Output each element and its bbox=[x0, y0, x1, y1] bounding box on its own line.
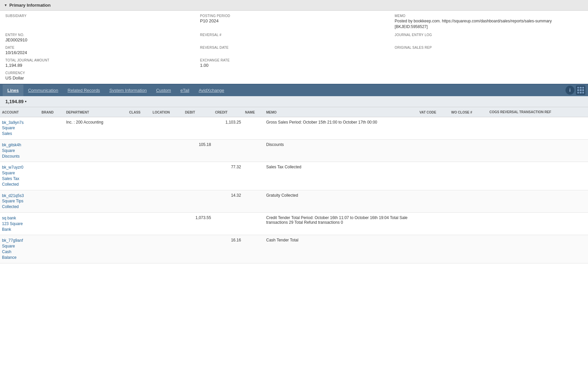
credit-cell: 1,103.25 bbox=[213, 117, 243, 139]
table-row: bk_gitsk4hSquareDiscounts105.18Discounts bbox=[0, 139, 588, 162]
department-cell bbox=[64, 139, 127, 162]
account-link[interactable]: Square bbox=[2, 125, 37, 131]
account-link[interactable]: Square bbox=[2, 170, 37, 176]
account-link[interactable]: sq bank bbox=[2, 215, 37, 221]
memo-field: MEMO Posted by bookkeep.com. https://squ… bbox=[395, 14, 583, 30]
account-link[interactable]: Collected bbox=[2, 182, 37, 187]
table-row: sq bank123 SquareBank1,073.55Credit Tend… bbox=[0, 212, 588, 235]
chevron-down-icon: ▼ bbox=[4, 3, 7, 7]
exchange-rate-label: EXCHANGE RATE bbox=[200, 58, 388, 62]
tab-lines[interactable]: Lines bbox=[3, 84, 23, 96]
table-row: bk_3a9yn7sSquareSalesInc. : 200 Accounti… bbox=[0, 117, 588, 139]
cogs-cell bbox=[487, 117, 588, 139]
tab-bar: Lines Communication Related Records Syst… bbox=[0, 84, 588, 96]
brand-cell bbox=[39, 117, 64, 139]
account-link[interactable]: Square Tips bbox=[2, 198, 37, 204]
name-cell bbox=[243, 117, 264, 139]
col-class: CLASS bbox=[127, 107, 151, 117]
tab-system-information[interactable]: System Information bbox=[105, 84, 151, 96]
tab-etail[interactable]: eTail bbox=[176, 84, 194, 96]
lines-amount: 1,194.89 • bbox=[5, 99, 26, 104]
entry-no-field: ENTRY NO. JE0002910 bbox=[5, 33, 193, 42]
vat-code-cell bbox=[418, 139, 449, 162]
exchange-rate-field: EXCHANGE RATE 1.00 bbox=[200, 58, 388, 68]
entry-no-value: JE0002910 bbox=[5, 37, 193, 42]
account-link[interactable]: bk_gitsk4h bbox=[2, 142, 37, 148]
memo-label: MEMO bbox=[395, 14, 583, 18]
account-link[interactable]: Square bbox=[2, 148, 37, 154]
account-link[interactable]: Bank bbox=[2, 227, 37, 232]
account-link[interactable]: bk_3a9yn7s bbox=[2, 120, 37, 126]
memo-cell: Credit Tender Total Period: October 16th… bbox=[264, 212, 418, 235]
wo-close-cell bbox=[449, 117, 487, 139]
journal-entry-log-field: JOURNAL ENTRY LOG bbox=[395, 33, 583, 42]
memo-cell: Discounts bbox=[264, 139, 418, 162]
memo-cell: Cash Tender Total bbox=[264, 235, 418, 263]
debit-cell bbox=[183, 235, 213, 263]
department-cell: Inc. : 200 Accounting bbox=[64, 117, 127, 139]
account-link[interactable]: Collected bbox=[2, 204, 37, 210]
memo-cell: Gratuity Collected bbox=[264, 190, 418, 212]
department-cell bbox=[64, 212, 127, 235]
subsidiary-field: SUBSIDIARY bbox=[5, 14, 193, 30]
lines-amount-row: 1,194.89 • bbox=[0, 96, 588, 107]
account-link[interactable]: Discounts bbox=[2, 154, 37, 159]
table-row: bk_w7uyzr0SquareSales TaxCollected77.32S… bbox=[0, 162, 588, 190]
cogs-cell bbox=[487, 139, 588, 162]
debit-cell: 105.18 bbox=[183, 139, 213, 162]
reversal-date-label: REVERSAL DATE bbox=[200, 46, 388, 49]
account-link[interactable]: Balance bbox=[2, 255, 37, 260]
vat-code-cell bbox=[418, 212, 449, 235]
account-link[interactable]: bk_w7uyzr0 bbox=[2, 165, 37, 170]
account-link[interactable]: 123 Square bbox=[2, 221, 37, 227]
col-department: DEPARTMENT bbox=[64, 107, 127, 117]
account-link[interactable]: Sales bbox=[2, 131, 37, 137]
location-cell bbox=[151, 212, 183, 235]
col-vat-code: VAT CODE bbox=[418, 107, 449, 117]
account-link[interactable]: bk_d21q5s3 bbox=[2, 193, 37, 199]
grid-icon[interactable] bbox=[576, 85, 585, 95]
tab-related-records[interactable]: Related Records bbox=[63, 84, 105, 96]
tab-custom[interactable]: Custom bbox=[151, 84, 176, 96]
info-button[interactable]: i bbox=[565, 85, 575, 95]
vat-code-cell bbox=[418, 117, 449, 139]
wo-close-cell bbox=[449, 139, 487, 162]
account-cell: bk_d21q5s3Square TipsCollected bbox=[0, 190, 39, 212]
account-cell: sq bank123 SquareBank bbox=[0, 212, 39, 235]
account-link[interactable]: Sales Tax bbox=[2, 176, 37, 182]
name-cell bbox=[243, 212, 264, 235]
account-link[interactable]: Square bbox=[2, 243, 37, 249]
currency-value: US Dollar bbox=[5, 75, 193, 80]
cogs-cell bbox=[487, 212, 588, 235]
credit-cell: 16.16 bbox=[213, 235, 243, 263]
class-cell bbox=[127, 190, 151, 212]
department-cell bbox=[64, 190, 127, 212]
col-location: LOCATION bbox=[151, 107, 183, 117]
journal-entry-log-label: JOURNAL ENTRY LOG bbox=[395, 33, 583, 37]
location-cell bbox=[151, 139, 183, 162]
date-field: DATE 10/16/2024 bbox=[5, 46, 193, 55]
cogs-cell bbox=[487, 190, 588, 212]
original-sales-rep-label: ORIGINAL SALES REP bbox=[395, 46, 583, 49]
tab-avidxchange[interactable]: AvidXchange bbox=[194, 84, 229, 96]
posting-period-value: P10 2024 bbox=[200, 18, 388, 23]
wo-close-cell bbox=[449, 162, 487, 190]
tab-communication[interactable]: Communication bbox=[23, 84, 63, 96]
credit-cell: 77.32 bbox=[213, 162, 243, 190]
cogs-cell bbox=[487, 162, 588, 190]
credit-cell bbox=[213, 139, 243, 162]
wo-close-cell bbox=[449, 190, 487, 212]
total-journal-amount-value: 1,194.89 bbox=[5, 63, 193, 68]
account-link[interactable]: Cash bbox=[2, 249, 37, 255]
subsidiary-label: SUBSIDIARY bbox=[5, 14, 193, 18]
cogs-cell bbox=[487, 235, 588, 263]
account-link[interactable]: bk_77g9anf bbox=[2, 238, 37, 243]
class-cell bbox=[127, 162, 151, 190]
name-cell bbox=[243, 139, 264, 162]
debit-cell bbox=[183, 162, 213, 190]
date-label: DATE bbox=[5, 46, 193, 49]
table-row: bk_77g9anfSquareCashBalance16.16Cash Ten… bbox=[0, 235, 588, 263]
lines-table-wrapper: ACCOUNT BRAND DEPARTMENT CLASS LOCATION … bbox=[0, 107, 588, 263]
memo-value: Posted by bookkeep.com. https://squareup… bbox=[395, 18, 583, 30]
wo-close-cell bbox=[449, 235, 487, 263]
